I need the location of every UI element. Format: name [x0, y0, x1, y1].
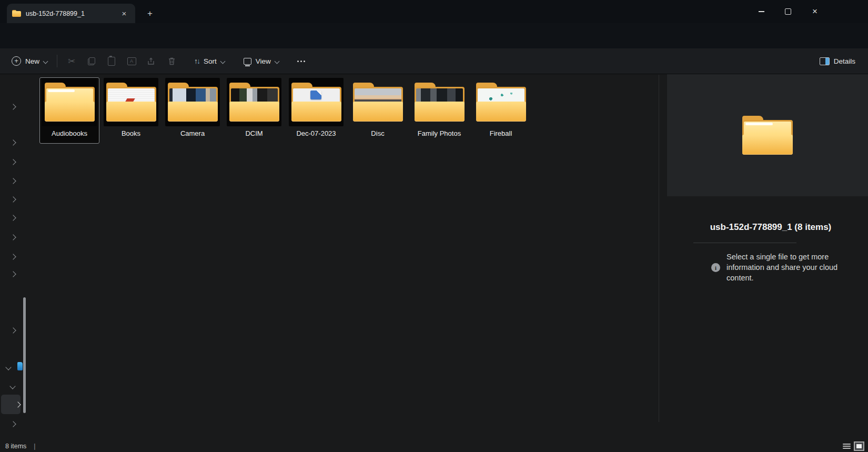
new-button[interactable]: New [6, 52, 53, 70]
tree-chevron-down-icon[interactable] [9, 383, 15, 389]
preview-box [667, 74, 868, 196]
file-name: Disc [371, 129, 384, 137]
tree-chevron-icon[interactable] [10, 271, 16, 277]
details-divider [693, 243, 796, 243]
details-panel-icon [820, 57, 830, 65]
tree-chevron-icon[interactable] [10, 254, 16, 259]
new-button-label: New [25, 57, 39, 65]
tree-chevron-icon[interactable] [10, 421, 16, 427]
view-button-label: View [256, 57, 271, 65]
folder-icon [168, 83, 218, 122]
folder-icon [12, 10, 21, 17]
sidebar-scrollbar[interactable] [23, 297, 26, 413]
sort-icon [194, 57, 199, 65]
rename-icon [127, 57, 136, 65]
more-options-button[interactable] [291, 52, 311, 70]
details-title: usb-152d-778899_1 (8 items) [684, 222, 857, 233]
paste-button[interactable] [102, 52, 122, 70]
toolbar-separator [57, 55, 57, 67]
tree-chevron-icon[interactable] [10, 159, 16, 165]
file-tile-disc[interactable]: Disc [348, 78, 407, 143]
details-toggle-button[interactable]: Details [814, 52, 861, 70]
sort-button-label: Sort [204, 57, 217, 65]
file-tile-audiobooks[interactable]: Audiobooks [40, 78, 99, 143]
tree-chevron-icon[interactable] [10, 215, 16, 220]
paste-icon [108, 57, 115, 66]
tree-chevron-icon[interactable] [10, 196, 16, 202]
view-toggles [842, 441, 864, 451]
chevron-down-icon [274, 58, 279, 64]
file-tile-books[interactable]: Books [102, 78, 160, 143]
pane-divider [659, 75, 659, 422]
share-icon [147, 57, 156, 65]
items-count: 8 items [5, 443, 26, 450]
command-toolbar: New Sort View [0, 48, 868, 74]
folder-icon [353, 83, 403, 122]
folder-icon [45, 83, 95, 122]
ellipsis-icon [297, 61, 305, 62]
tree-chevron-icon[interactable] [10, 234, 16, 240]
copy-button[interactable] [82, 52, 102, 70]
details-button-label: Details [834, 57, 855, 65]
tree-chevron-icon[interactable] [10, 178, 16, 184]
details-info-text: Select a single file to get more informa… [726, 252, 851, 283]
tree-chevron-icon[interactable] [10, 327, 16, 333]
file-name: Camera [180, 129, 205, 137]
rename-button[interactable] [122, 52, 142, 70]
info-icon [711, 263, 720, 272]
minimize-button[interactable] [753, 4, 769, 19]
cut-button[interactable] [62, 52, 82, 70]
chevron-down-icon [43, 58, 48, 64]
copy-icon [88, 57, 95, 65]
file-tile-family-photos[interactable]: Family Photos [410, 78, 469, 143]
delete-button[interactable] [162, 52, 181, 70]
folder-icon [229, 83, 279, 122]
navigation-bar: Network 192.168.100.1 usb-152d-778899_1 [0, 23, 868, 48]
preview-folder-icon [742, 116, 793, 155]
view-icon [244, 58, 251, 65]
onedrive-icon[interactable] [17, 362, 23, 370]
maximize-button[interactable] [780, 4, 796, 19]
tree-chevron-down-icon[interactable] [5, 364, 11, 370]
file-tile-dec-07-2023[interactable]: Dec-07-2023 [287, 78, 346, 143]
thumbnail-view-toggle-icon[interactable] [854, 441, 864, 451]
file-tile-camera[interactable]: Camera [163, 78, 222, 143]
new-tab-button[interactable] [143, 7, 157, 21]
file-name: Fireball [490, 129, 512, 137]
explorer-tab[interactable]: usb-152d-778899_1 [7, 4, 135, 23]
file-name: Dec-07-2023 [296, 129, 336, 137]
folder-icon [415, 83, 465, 122]
close-button[interactable] [807, 4, 823, 19]
details-info: Select a single file to get more informa… [711, 252, 851, 283]
file-name: Family Photos [418, 129, 461, 137]
plus-icon [12, 56, 21, 66]
file-tile-fireball[interactable]: Fireball [471, 78, 530, 143]
close-tab-icon[interactable] [118, 8, 130, 19]
details-view-toggle-icon[interactable] [842, 443, 851, 450]
title-bar: usb-152d-778899_1 [0, 0, 868, 23]
tree-chevron-icon[interactable] [10, 139, 16, 145]
sort-button[interactable]: Sort [189, 52, 230, 70]
cut-icon [68, 56, 75, 67]
folder-icon [291, 83, 341, 122]
share-button[interactable] [142, 52, 162, 70]
file-name: DCIM [245, 129, 263, 137]
tab-title: usb-152d-778899_1 [26, 10, 118, 17]
status-bar: 8 items | [5, 443, 36, 450]
tree-chevron-icon[interactable] [10, 104, 16, 109]
status-separator: | [34, 443, 35, 450]
folder-icon [476, 83, 526, 122]
file-name: Books [122, 129, 140, 137]
chevron-down-icon [220, 58, 225, 64]
folder-icon [106, 83, 156, 122]
file-name: Audiobooks [52, 129, 87, 137]
trash-icon [168, 57, 176, 65]
view-button[interactable]: View [238, 52, 284, 70]
file-tile-dcim[interactable]: DCIM [225, 78, 284, 143]
file-explorer-window: usb-152d-778899_1 Network 192 [0, 0, 868, 452]
